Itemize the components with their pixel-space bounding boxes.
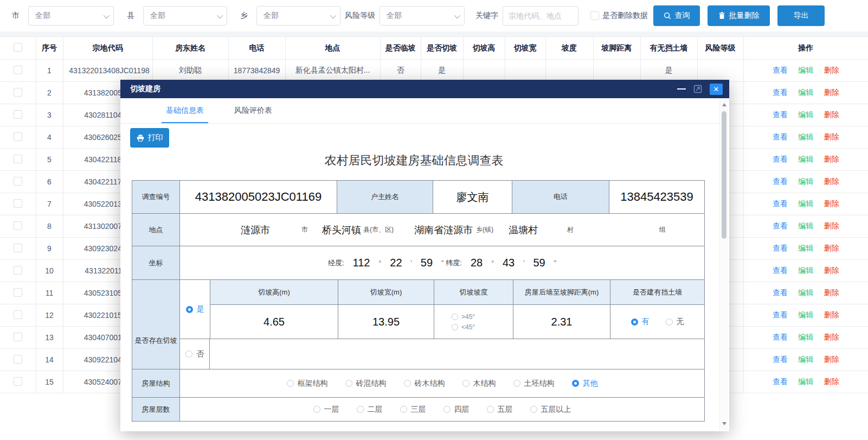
show-deleted-checkbox[interactable]	[590, 11, 599, 20]
row-checkbox[interactable]	[14, 266, 22, 275]
delete-link[interactable]: 删除	[824, 288, 839, 298]
edit-link[interactable]: 编辑	[798, 88, 813, 98]
select-all-checkbox[interactable]	[14, 43, 22, 52]
tab-basic-info[interactable]: 基础信息表	[157, 98, 213, 123]
wall-yes-radio[interactable]: 有	[631, 317, 650, 327]
edit-link[interactable]: 编辑	[798, 266, 813, 276]
slope-lt45-radio[interactable]: <45°	[452, 323, 475, 331]
print-button[interactable]: 打印	[130, 128, 169, 148]
query-button[interactable]: 查询	[653, 5, 700, 26]
maximize-icon[interactable]	[693, 85, 702, 93]
township-select[interactable]: 全部	[256, 6, 340, 25]
tab-risk-evaluation[interactable]: 风险评价表	[226, 98, 281, 123]
row-checkbox[interactable]	[14, 288, 22, 297]
edit-link[interactable]: 编辑	[798, 288, 813, 298]
row-checkbox[interactable]	[14, 88, 22, 97]
delete-link[interactable]: 删除	[824, 199, 839, 209]
edit-link[interactable]: 编辑	[798, 66, 813, 75]
edit-link[interactable]: 编辑	[798, 221, 813, 231]
scrollbar-thumb[interactable]	[722, 111, 726, 239]
view-link[interactable]: 查看	[773, 221, 788, 231]
row-checkbox[interactable]	[14, 155, 22, 163]
edit-link[interactable]: 编辑	[798, 155, 813, 164]
delete-link[interactable]: 删除	[824, 155, 839, 164]
delete-link[interactable]: 删除	[824, 333, 839, 342]
floor-option-radio[interactable]: 三层	[400, 405, 426, 415]
structure-option-radio[interactable]: 木结构	[462, 379, 496, 388]
edit-link[interactable]: 编辑	[798, 310, 813, 320]
export-button[interactable]: 导出	[777, 5, 825, 26]
delete-link[interactable]: 删除	[824, 66, 839, 75]
minimize-button[interactable]	[677, 88, 686, 90]
wall-no-radio[interactable]: 无	[666, 317, 684, 327]
keyword-input[interactable]	[503, 6, 578, 25]
delete-link[interactable]: 删除	[824, 310, 839, 320]
row-checkbox[interactable]	[14, 377, 22, 386]
edit-link[interactable]: 编辑	[798, 333, 813, 342]
row-checkbox[interactable]	[14, 221, 22, 230]
view-link[interactable]: 查看	[773, 110, 788, 120]
view-link[interactable]: 查看	[773, 244, 788, 253]
row-checkbox[interactable]	[14, 199, 22, 208]
view-link[interactable]: 查看	[773, 355, 788, 365]
view-link[interactable]: 查看	[773, 288, 788, 298]
view-link[interactable]: 查看	[773, 155, 788, 164]
view-link[interactable]: 查看	[773, 377, 788, 387]
floor-option-radio[interactable]: 五层以上	[530, 405, 571, 415]
cut-no-radio[interactable]: 否	[185, 349, 204, 359]
county-select[interactable]: 全部	[143, 6, 227, 25]
edit-link[interactable]: 编辑	[798, 132, 813, 142]
delete-link[interactable]: 删除	[824, 377, 839, 387]
delete-link[interactable]: 删除	[824, 88, 839, 98]
city-select[interactable]: 全部	[28, 6, 114, 25]
row-checkbox[interactable]	[14, 177, 22, 186]
row-checkbox[interactable]	[14, 333, 22, 341]
floor-option-radio[interactable]: 五层	[487, 405, 513, 415]
modal-titlebar[interactable]: 切坡建房 ✕	[120, 80, 729, 98]
delete-link[interactable]: 删除	[824, 132, 839, 142]
structure-option-radio[interactable]: 框架结构	[287, 379, 328, 388]
structure-option-radio[interactable]: 其他	[572, 379, 598, 388]
delete-link[interactable]: 删除	[824, 355, 839, 365]
risk-select[interactable]: 全部	[380, 6, 465, 25]
edit-link[interactable]: 编辑	[798, 377, 813, 387]
delete-link[interactable]: 删除	[824, 221, 839, 231]
view-link[interactable]: 查看	[773, 177, 788, 187]
delete-link[interactable]: 删除	[824, 177, 839, 187]
row-checkbox[interactable]	[14, 66, 22, 74]
slope-gt45-radio[interactable]: >45°	[452, 313, 475, 321]
row-checkbox[interactable]	[14, 355, 22, 364]
row-checkbox[interactable]	[14, 132, 22, 141]
edit-link[interactable]: 编辑	[798, 244, 813, 253]
view-link[interactable]: 查看	[773, 66, 788, 75]
scroll-down-arrow[interactable]	[722, 422, 726, 425]
delete-link[interactable]: 删除	[824, 266, 839, 276]
structure-option-radio[interactable]: 砖木结构	[404, 379, 445, 388]
modal-scrollbar[interactable]	[719, 98, 728, 430]
floor-option-radio[interactable]: 一层	[313, 405, 339, 415]
row-checkbox[interactable]	[14, 244, 22, 252]
view-link[interactable]: 查看	[773, 266, 788, 276]
edit-link[interactable]: 编辑	[798, 355, 813, 365]
view-link[interactable]: 查看	[773, 310, 788, 320]
delete-link[interactable]: 删除	[824, 110, 839, 120]
structure-option-radio[interactable]: 土坯结构	[513, 379, 555, 388]
view-link[interactable]: 查看	[773, 132, 788, 142]
row-checkbox[interactable]	[14, 110, 22, 119]
structure-option-radio[interactable]: 砖混结构	[345, 379, 387, 388]
scroll-up-arrow[interactable]	[722, 103, 726, 106]
view-link[interactable]: 查看	[773, 333, 788, 342]
edit-link[interactable]: 编辑	[798, 199, 813, 209]
floor-option-radio[interactable]: 四层	[443, 405, 470, 415]
floor-option-radio[interactable]: 二层	[357, 405, 383, 415]
view-link[interactable]: 查看	[773, 88, 788, 98]
edit-link[interactable]: 编辑	[798, 177, 813, 187]
cut-yes-radio[interactable]: 是	[186, 304, 204, 314]
row-checkbox[interactable]	[14, 310, 22, 319]
view-link[interactable]: 查看	[773, 199, 788, 209]
cell: 14	[36, 349, 63, 371]
delete-link[interactable]: 删除	[824, 244, 839, 253]
edit-link[interactable]: 编辑	[798, 110, 813, 120]
close-icon[interactable]: ✕	[710, 84, 723, 95]
batch-delete-button[interactable]: 批量删除	[708, 5, 770, 26]
